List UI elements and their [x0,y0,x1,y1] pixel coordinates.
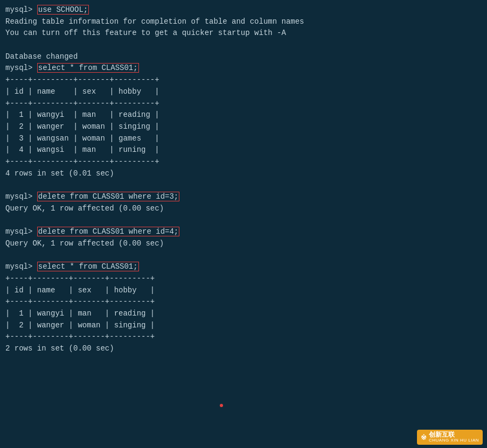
watermark-text: 创新互联 CHUANG XIN HU LIAN [429,431,479,443]
terminal-line: Database changed [5,51,482,63]
blank-line [5,179,482,191]
prompt-label: mysql> [5,227,37,236]
terminal-line: | 1 | wangyi | man | reading | [5,308,482,320]
terminal-line: Query OK, 1 row affected (0.00 sec) [5,238,482,250]
blank-line [5,249,482,261]
terminal-line: +----+--------+-------+---------+ [5,273,482,285]
blank-line [5,39,482,51]
watermark: ※ 创新互联 CHUANG XIN HU LIAN [417,430,483,445]
command-highlight: delete from CLASS01 where id=4; [37,227,179,236]
watermark-icon: ※ [421,433,427,442]
terminal-line: +----+---------+-------+---------+ [5,156,482,168]
terminal-line: | 2 | wanger | woman | singing | [5,320,482,332]
prompt-label: mysql> [5,262,37,271]
terminal-line: | id | name | sex | hobby | [5,86,482,98]
terminal-line: mysql> use SCHOOL; [5,4,482,16]
terminal-line: +----+--------+-------+---------+ [5,331,482,343]
terminal-line: | 1 | wangyi | man | reading | [5,109,482,121]
terminal-line: Reading table information for completion… [5,16,482,28]
terminal-line: Query OK, 1 row affected (0.00 sec) [5,203,482,215]
terminal-window: mysql> use SCHOOL;Reading table informat… [0,0,487,359]
terminal-line: mysql> select * from CLASS01; [5,261,482,273]
prompt-label: mysql> [5,64,37,72]
terminal-line: | 4 | wangsi | man | runing | [5,144,482,156]
prompt-label: mysql> [5,192,37,201]
terminal-line: +----+---------+-------+---------+ [5,74,482,86]
terminal-line: +----+--------+-------+---------+ [5,296,482,308]
blank-line [5,214,482,226]
terminal-line: You can turn off this feature to get a q… [5,27,482,39]
command-highlight: delete from CLASS01 where id=3; [37,192,179,201]
terminal-line: mysql> select * from CLASS01; [5,62,482,74]
command-highlight: use SCHOOL; [37,5,89,15]
command-highlight: select * from CLASS01; [37,63,139,73]
terminal-line: | 3 | wangsan | woman | games | [5,133,482,145]
terminal-line: mysql> delete from CLASS01 where id=4; [5,226,482,238]
terminal-line: | 2 | wanger | woman | singing | [5,121,482,133]
prompt-label: mysql> [5,5,37,14]
terminal-line: 4 rows in set (0.01 sec) [5,168,482,180]
terminal-line: 2 rows in set (0.00 sec) [5,343,482,355]
terminal-line: +----+---------+-------+---------+ [5,98,482,110]
terminal-line: | id | name | sex | hobby | [5,285,482,297]
terminal-line: mysql> delete from CLASS01 where id=3; [5,191,482,203]
red-dot [220,404,223,407]
command-highlight: select * from CLASS01; [37,262,139,271]
